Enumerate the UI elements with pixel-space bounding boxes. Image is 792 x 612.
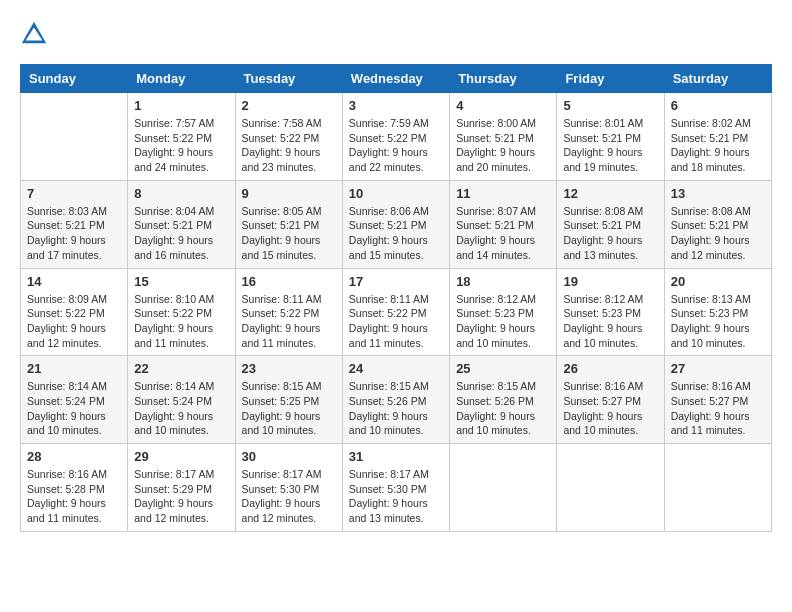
day-info: Sunrise: 8:05 AMSunset: 5:21 PMDaylight:…: [242, 204, 336, 263]
day-cell: [664, 444, 771, 532]
day-number: 1: [134, 98, 228, 113]
calendar-body: 1Sunrise: 7:57 AMSunset: 5:22 PMDaylight…: [21, 93, 772, 532]
day-cell: [450, 444, 557, 532]
header-cell-thursday: Thursday: [450, 65, 557, 93]
day-number: 11: [456, 186, 550, 201]
week-row-2: 7Sunrise: 8:03 AMSunset: 5:21 PMDaylight…: [21, 180, 772, 268]
day-cell: [21, 93, 128, 181]
day-cell: 25Sunrise: 8:15 AMSunset: 5:26 PMDayligh…: [450, 356, 557, 444]
day-info: Sunrise: 8:17 AMSunset: 5:29 PMDaylight:…: [134, 467, 228, 526]
day-cell: 2Sunrise: 7:58 AMSunset: 5:22 PMDaylight…: [235, 93, 342, 181]
header-row: SundayMondayTuesdayWednesdayThursdayFrid…: [21, 65, 772, 93]
day-info: Sunrise: 8:15 AMSunset: 5:26 PMDaylight:…: [456, 379, 550, 438]
day-cell: 10Sunrise: 8:06 AMSunset: 5:21 PMDayligh…: [342, 180, 449, 268]
header-cell-friday: Friday: [557, 65, 664, 93]
day-number: 29: [134, 449, 228, 464]
day-number: 7: [27, 186, 121, 201]
day-info: Sunrise: 8:08 AMSunset: 5:21 PMDaylight:…: [671, 204, 765, 263]
day-cell: 7Sunrise: 8:03 AMSunset: 5:21 PMDaylight…: [21, 180, 128, 268]
calendar-table: SundayMondayTuesdayWednesdayThursdayFrid…: [20, 64, 772, 532]
day-cell: 22Sunrise: 8:14 AMSunset: 5:24 PMDayligh…: [128, 356, 235, 444]
day-cell: 9Sunrise: 8:05 AMSunset: 5:21 PMDaylight…: [235, 180, 342, 268]
day-info: Sunrise: 8:09 AMSunset: 5:22 PMDaylight:…: [27, 292, 121, 351]
calendar-header: SundayMondayTuesdayWednesdayThursdayFrid…: [21, 65, 772, 93]
day-cell: 23Sunrise: 8:15 AMSunset: 5:25 PMDayligh…: [235, 356, 342, 444]
day-cell: 26Sunrise: 8:16 AMSunset: 5:27 PMDayligh…: [557, 356, 664, 444]
day-number: 17: [349, 274, 443, 289]
day-info: Sunrise: 8:10 AMSunset: 5:22 PMDaylight:…: [134, 292, 228, 351]
day-number: 22: [134, 361, 228, 376]
day-number: 6: [671, 98, 765, 113]
day-number: 3: [349, 98, 443, 113]
day-info: Sunrise: 8:11 AMSunset: 5:22 PMDaylight:…: [349, 292, 443, 351]
day-info: Sunrise: 8:17 AMSunset: 5:30 PMDaylight:…: [349, 467, 443, 526]
day-cell: 19Sunrise: 8:12 AMSunset: 5:23 PMDayligh…: [557, 268, 664, 356]
header-cell-tuesday: Tuesday: [235, 65, 342, 93]
logo-icon: [20, 20, 48, 48]
header-cell-monday: Monday: [128, 65, 235, 93]
day-cell: 11Sunrise: 8:07 AMSunset: 5:21 PMDayligh…: [450, 180, 557, 268]
day-info: Sunrise: 8:12 AMSunset: 5:23 PMDaylight:…: [563, 292, 657, 351]
day-number: 20: [671, 274, 765, 289]
day-info: Sunrise: 7:58 AMSunset: 5:22 PMDaylight:…: [242, 116, 336, 175]
day-info: Sunrise: 8:13 AMSunset: 5:23 PMDaylight:…: [671, 292, 765, 351]
header-cell-wednesday: Wednesday: [342, 65, 449, 93]
header-cell-saturday: Saturday: [664, 65, 771, 93]
day-number: 8: [134, 186, 228, 201]
day-cell: 4Sunrise: 8:00 AMSunset: 5:21 PMDaylight…: [450, 93, 557, 181]
day-info: Sunrise: 8:12 AMSunset: 5:23 PMDaylight:…: [456, 292, 550, 351]
day-info: Sunrise: 8:16 AMSunset: 5:28 PMDaylight:…: [27, 467, 121, 526]
week-row-3: 14Sunrise: 8:09 AMSunset: 5:22 PMDayligh…: [21, 268, 772, 356]
week-row-5: 28Sunrise: 8:16 AMSunset: 5:28 PMDayligh…: [21, 444, 772, 532]
day-info: Sunrise: 8:15 AMSunset: 5:25 PMDaylight:…: [242, 379, 336, 438]
day-cell: 12Sunrise: 8:08 AMSunset: 5:21 PMDayligh…: [557, 180, 664, 268]
day-number: 12: [563, 186, 657, 201]
day-info: Sunrise: 8:08 AMSunset: 5:21 PMDaylight:…: [563, 204, 657, 263]
day-info: Sunrise: 8:15 AMSunset: 5:26 PMDaylight:…: [349, 379, 443, 438]
day-info: Sunrise: 8:01 AMSunset: 5:21 PMDaylight:…: [563, 116, 657, 175]
day-number: 5: [563, 98, 657, 113]
day-cell: 18Sunrise: 8:12 AMSunset: 5:23 PMDayligh…: [450, 268, 557, 356]
day-info: Sunrise: 8:16 AMSunset: 5:27 PMDaylight:…: [563, 379, 657, 438]
day-number: 19: [563, 274, 657, 289]
day-cell: 13Sunrise: 8:08 AMSunset: 5:21 PMDayligh…: [664, 180, 771, 268]
day-cell: 3Sunrise: 7:59 AMSunset: 5:22 PMDaylight…: [342, 93, 449, 181]
day-cell: 14Sunrise: 8:09 AMSunset: 5:22 PMDayligh…: [21, 268, 128, 356]
week-row-1: 1Sunrise: 7:57 AMSunset: 5:22 PMDaylight…: [21, 93, 772, 181]
day-info: Sunrise: 8:16 AMSunset: 5:27 PMDaylight:…: [671, 379, 765, 438]
week-row-4: 21Sunrise: 8:14 AMSunset: 5:24 PMDayligh…: [21, 356, 772, 444]
day-number: 21: [27, 361, 121, 376]
day-number: 9: [242, 186, 336, 201]
day-number: 30: [242, 449, 336, 464]
page-header: [20, 20, 772, 48]
day-info: Sunrise: 8:14 AMSunset: 5:24 PMDaylight:…: [134, 379, 228, 438]
day-info: Sunrise: 7:59 AMSunset: 5:22 PMDaylight:…: [349, 116, 443, 175]
day-number: 26: [563, 361, 657, 376]
day-cell: 5Sunrise: 8:01 AMSunset: 5:21 PMDaylight…: [557, 93, 664, 181]
day-cell: 1Sunrise: 7:57 AMSunset: 5:22 PMDaylight…: [128, 93, 235, 181]
day-cell: 16Sunrise: 8:11 AMSunset: 5:22 PMDayligh…: [235, 268, 342, 356]
day-cell: 24Sunrise: 8:15 AMSunset: 5:26 PMDayligh…: [342, 356, 449, 444]
day-number: 4: [456, 98, 550, 113]
day-info: Sunrise: 8:11 AMSunset: 5:22 PMDaylight:…: [242, 292, 336, 351]
day-cell: 30Sunrise: 8:17 AMSunset: 5:30 PMDayligh…: [235, 444, 342, 532]
day-number: 14: [27, 274, 121, 289]
day-cell: [557, 444, 664, 532]
day-info: Sunrise: 8:17 AMSunset: 5:30 PMDaylight:…: [242, 467, 336, 526]
day-number: 16: [242, 274, 336, 289]
day-info: Sunrise: 8:03 AMSunset: 5:21 PMDaylight:…: [27, 204, 121, 263]
day-cell: 15Sunrise: 8:10 AMSunset: 5:22 PMDayligh…: [128, 268, 235, 356]
day-number: 25: [456, 361, 550, 376]
day-cell: 8Sunrise: 8:04 AMSunset: 5:21 PMDaylight…: [128, 180, 235, 268]
day-number: 24: [349, 361, 443, 376]
day-info: Sunrise: 8:00 AMSunset: 5:21 PMDaylight:…: [456, 116, 550, 175]
logo: [20, 20, 52, 48]
day-cell: 17Sunrise: 8:11 AMSunset: 5:22 PMDayligh…: [342, 268, 449, 356]
day-cell: 20Sunrise: 8:13 AMSunset: 5:23 PMDayligh…: [664, 268, 771, 356]
day-info: Sunrise: 8:14 AMSunset: 5:24 PMDaylight:…: [27, 379, 121, 438]
day-info: Sunrise: 8:02 AMSunset: 5:21 PMDaylight:…: [671, 116, 765, 175]
day-number: 2: [242, 98, 336, 113]
day-number: 13: [671, 186, 765, 201]
day-number: 31: [349, 449, 443, 464]
day-info: Sunrise: 8:07 AMSunset: 5:21 PMDaylight:…: [456, 204, 550, 263]
